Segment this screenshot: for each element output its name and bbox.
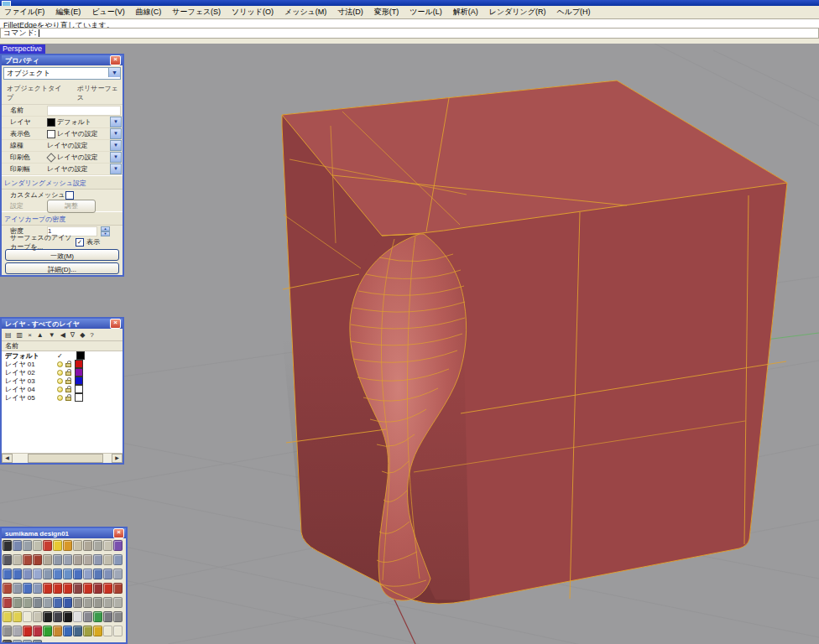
palette-tool-icon[interactable] [93, 611, 102, 622]
palette-tool-icon[interactable] [103, 597, 112, 608]
scrollbar-thumb[interactable] [28, 454, 103, 463]
layer-color-swatch[interactable] [75, 393, 83, 402]
palette-tool-icon[interactable] [13, 540, 22, 551]
properties-titlebar[interactable]: プロパティ × [2, 55, 123, 65]
lock-icon[interactable] [65, 371, 71, 376]
palette-tool-icon[interactable] [23, 597, 32, 608]
palette-tool-icon[interactable] [93, 554, 102, 565]
palette-tool-icon[interactable] [63, 597, 72, 608]
scroll-left-icon[interactable]: ◀ [2, 454, 13, 463]
palette-tool-icon[interactable] [33, 626, 42, 636]
palette-tool-icon[interactable] [33, 554, 42, 565]
palette-tool-icon[interactable] [73, 569, 82, 579]
menu-file[interactable]: ファイル(F) [4, 7, 44, 18]
palette-tool-icon[interactable] [103, 611, 112, 622]
chevron-down-icon[interactable]: ▼ [110, 164, 122, 174]
menu-help[interactable]: ヘルプ(H) [556, 7, 590, 18]
palette-tool-icon[interactable] [13, 569, 22, 579]
palette-tool-icon[interactable] [73, 583, 82, 594]
palette-tool-icon[interactable] [93, 583, 102, 594]
menu-curve[interactable]: 曲線(C) [136, 7, 162, 18]
layer-row-default[interactable]: デフォルト ✓ [2, 351, 123, 360]
palette-tool-icon[interactable] [3, 611, 12, 622]
menu-dimension[interactable]: 寸法(D) [337, 7, 363, 18]
palette-tool-icon[interactable] [113, 569, 123, 579]
palette-tool-icon[interactable] [13, 640, 22, 644]
palette-tool-icon[interactable] [13, 611, 22, 622]
copy-layer-icon[interactable]: ▥ [17, 331, 23, 339]
menu-solid[interactable]: ソリッド(O) [232, 7, 274, 18]
layer-color-swatch[interactable] [75, 360, 83, 368]
lock-icon[interactable] [65, 380, 71, 384]
palette-tool-icon[interactable] [83, 611, 92, 622]
scroll-right-icon[interactable]: ▶ [112, 454, 123, 463]
palette-tool-icon[interactable] [53, 626, 62, 636]
palette-tool-icon[interactable] [43, 583, 52, 594]
palette-tool-icon[interactable] [103, 583, 112, 594]
palette-tool-icon[interactable] [83, 597, 92, 608]
layer-on-bulb-icon[interactable] [57, 387, 63, 392]
palette-tool-icon[interactable] [23, 554, 32, 565]
palette-tool-icon[interactable] [3, 554, 12, 565]
move-up-icon[interactable]: ▲ [37, 331, 44, 339]
palette-tool-icon[interactable] [13, 626, 22, 636]
layer-color-swatch[interactable] [75, 368, 83, 377]
palette-tool-icon[interactable] [103, 569, 112, 579]
palette-tool-icon[interactable] [63, 554, 72, 565]
palette-tool-icon[interactable] [23, 583, 32, 594]
horizontal-scrollbar[interactable]: ◀ ▶ [2, 453, 123, 463]
palette-tool-icon[interactable] [103, 626, 112, 636]
palette-tool-icon[interactable] [33, 640, 42, 644]
palette-tool-icon[interactable] [73, 611, 82, 622]
palette-tool-icon[interactable] [23, 626, 32, 636]
menu-tools[interactable]: ツール(L) [410, 7, 441, 18]
menu-view[interactable]: ビュー(V) [91, 7, 124, 18]
palette-tool-icon[interactable] [43, 611, 52, 622]
palette-tool-icon[interactable] [13, 597, 22, 608]
palette-tool-icon[interactable] [33, 597, 42, 608]
palette-tool-icon[interactable] [13, 554, 22, 565]
lock-icon[interactable] [65, 388, 71, 392]
layer-row-04[interactable]: レイヤ 04 [2, 385, 123, 393]
menu-surface[interactable]: サーフェス(S) [172, 7, 221, 18]
palette-tool-icon[interactable] [93, 569, 102, 579]
help-icon[interactable]: ? [90, 331, 93, 339]
palette-tool-icon[interactable] [113, 583, 123, 594]
menu-mesh[interactable]: メッシュ(M) [284, 7, 326, 18]
palette-tool-icon[interactable] [113, 611, 123, 622]
palette-tool-icon[interactable] [13, 583, 22, 594]
palette-tool-icon[interactable] [103, 540, 112, 551]
palette-tool-icon[interactable] [83, 583, 92, 594]
palette-tool-icon[interactable] [73, 597, 82, 608]
palette-tool-icon[interactable] [113, 626, 123, 636]
palette-tool-icon[interactable] [93, 597, 102, 608]
palette-tool-icon[interactable] [113, 540, 123, 551]
close-icon[interactable]: × [110, 319, 121, 329]
chevron-down-icon[interactable]: ▼ [110, 140, 122, 151]
delete-layer-icon[interactable]: × [28, 331, 32, 339]
layer-on-bulb-icon[interactable] [57, 378, 63, 384]
object-selector-dropdown[interactable]: オブジェクト ▼ [3, 67, 121, 80]
lock-icon[interactable] [65, 363, 71, 367]
palette-tool-icon[interactable] [43, 626, 52, 636]
palette-tool-icon[interactable] [33, 611, 42, 622]
palette-tool-icon[interactable] [43, 569, 52, 579]
layer-tools-icon[interactable]: ◆ [80, 331, 85, 339]
palette-tool-icon[interactable] [53, 540, 62, 551]
density-stepper[interactable]: ▲▼ [101, 226, 110, 236]
palette-tool-icon[interactable] [23, 569, 32, 579]
palette-tool-icon[interactable] [53, 583, 62, 594]
new-layer-icon[interactable]: ▤ [5, 331, 12, 339]
palette-tool-icon[interactable] [103, 554, 112, 565]
palette-tool-icon[interactable] [33, 583, 42, 594]
palette-tool-icon[interactable] [93, 626, 102, 636]
palette-tool-icon[interactable] [63, 611, 72, 622]
palette-tool-icon[interactable] [83, 569, 92, 579]
palette-tool-icon[interactable] [43, 540, 52, 551]
palette-tool-icon[interactable] [43, 597, 52, 608]
menu-analyze[interactable]: 解析(A) [453, 7, 478, 18]
window-titlebar[interactable] [0, 0, 819, 6]
layer-row-05[interactable]: レイヤ 05 [2, 393, 123, 402]
palette-tool-icon[interactable] [73, 540, 82, 551]
palette-tool-icon[interactable] [93, 540, 102, 551]
